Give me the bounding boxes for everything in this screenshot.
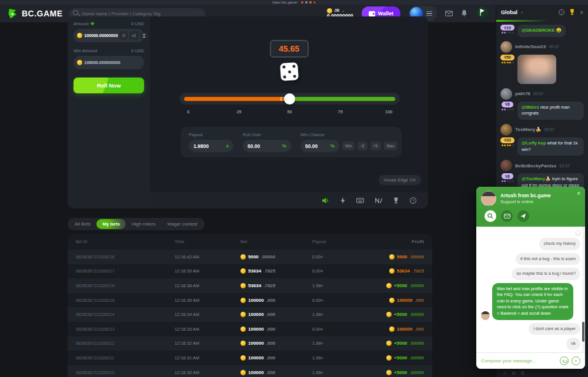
roll-over-input[interactable]: 50.00 % — [243, 140, 291, 152]
support-compose-input[interactable] — [481, 358, 557, 363]
dice-game-area: 45.65 0 25 50 75 100 Payout 1.9800 — [150, 16, 428, 208]
trophy-icon[interactable] — [393, 197, 399, 204]
support-send-icon[interactable] — [517, 210, 529, 222]
col-bet: Bet — [240, 239, 312, 244]
slider-track[interactable] — [184, 97, 395, 101]
amount-value: 100000.00000000 — [84, 33, 118, 38]
win-amount-label: Win Amount — [74, 48, 97, 53]
roll-result: 45.65 — [270, 40, 309, 58]
bet-row[interactable]: 6828536721152621812:16:42 AM5000.000000.… — [68, 250, 432, 264]
bet-row[interactable]: 6828536721152621612:16:38 AM53634.78251.… — [68, 278, 432, 293]
amount-input[interactable]: 100000.00000000 /2 x2 — [74, 29, 144, 42]
win-amount-value: 198000.000000000 — [84, 60, 142, 65]
messages-icon[interactable] — [445, 8, 453, 19]
bet-row[interactable]: 6828536721152621412:16:34 AM100000.0001.… — [68, 307, 432, 322]
stats-icon[interactable] — [375, 198, 382, 203]
support-bubble: if this not a bug - this is scam — [516, 253, 580, 265]
bc-game-logo[interactable]: BC.GAME — [7, 8, 63, 19]
chat-avatar[interactable] — [500, 88, 512, 100]
slider-handle[interactable] — [284, 93, 295, 105]
double-bet-button[interactable]: x2 — [129, 31, 138, 40]
game-params: Payout 1.9800 x Roll Over 50.00 % Win Ch… — [181, 127, 402, 157]
chat-avatar[interactable] — [500, 41, 512, 53]
coin-icon — [77, 33, 82, 38]
turbo-icon[interactable] — [340, 197, 345, 204]
chat-close-icon[interactable]: × — [580, 9, 583, 16]
notifications-bell-icon[interactable] — [461, 8, 467, 19]
menu-icon — [426, 11, 432, 16]
support-header: × Artush from bc.game Support is online — [476, 187, 585, 227]
support-email-icon[interactable] — [501, 210, 513, 222]
chat-message: path7800:37V8@Mdsrs nice profit man cong… — [500, 88, 584, 120]
tick-label: 100 — [385, 109, 393, 115]
tab-all-bets[interactable]: All Bets — [69, 219, 96, 229]
last-roll-tick — [280, 97, 282, 101]
coin-icon — [77, 60, 82, 65]
support-message: check my history — [481, 238, 580, 250]
promotions-icon[interactable] — [476, 6, 489, 21]
bet-row[interactable]: 6828536721152621712:16:39 AM53634.78250.… — [76, 264, 424, 279]
support-message — [481, 230, 580, 235]
chat-input-strip[interactable]: ☺⊞⚙ — [496, 369, 588, 377]
attach-plus-icon[interactable]: + — [572, 356, 580, 365]
chat-image[interactable] — [517, 55, 556, 84]
support-scrollbar[interactable] — [582, 227, 584, 352]
win-amount-usd: 0 USD — [131, 48, 144, 53]
col-profit: Profit — [378, 239, 424, 244]
bets-tabs: All Bets My bets High rollers Wager cont… — [68, 218, 205, 230]
emoji-icon[interactable] — [560, 356, 569, 365]
chat-bubble: @DEADBROKE 🤑 — [517, 25, 566, 37]
sound-icon[interactable] — [322, 197, 329, 204]
bet-row[interactable]: 6828536721152621512:16:35 AM100000.0000.… — [76, 293, 424, 308]
support-bubble: check my history — [539, 238, 580, 250]
col-bet-id: Bet ID — [76, 240, 175, 244]
support-close-icon[interactable]: × — [577, 190, 580, 197]
chat-header: Global › i × — [496, 5, 588, 20]
hotkeys-icon[interactable] — [356, 198, 364, 203]
col-time: Time — [175, 239, 240, 244]
level-badge: V8 — [502, 173, 513, 179]
win-amount-input[interactable]: 198000.000000000 — [74, 56, 144, 69]
chat-info-icon[interactable]: i — [559, 9, 564, 15]
browser-url-bar[interactable]: https://bc.game/ — [0, 0, 588, 5]
payout-input[interactable]: 1.9800 x — [189, 140, 233, 152]
support-agent-avatar — [481, 191, 496, 206]
level-badge: V50 — [500, 55, 514, 60]
logo-icon — [7, 8, 18, 19]
bet-row[interactable]: 6828536721152621112:16:31 AM100000.0001.… — [76, 351, 424, 365]
chevron-right-icon[interactable]: › — [521, 9, 523, 15]
chat-avatar[interactable] — [500, 124, 512, 136]
half-bet-button[interactable]: /2 — [119, 31, 128, 40]
roll-slider[interactable] — [179, 93, 400, 105]
amount-stepper[interactable] — [141, 32, 148, 39]
support-bubble: ok — [566, 338, 580, 350]
amount-usd: 0 USD — [131, 21, 144, 26]
wallet-label: Wallet — [378, 11, 393, 16]
min-button[interactable]: Min — [342, 142, 355, 150]
plus5-button[interactable]: +5 — [370, 142, 381, 150]
chat-trophy-icon[interactable] — [569, 7, 575, 18]
chat-message: InfiniteSoul2300:37V50 — [500, 41, 584, 84]
chat-avatar[interactable] — [500, 160, 512, 171]
support-search-icon[interactable] — [485, 210, 496, 222]
level-badge: V8 — [502, 102, 513, 107]
tick-label: 25 — [236, 109, 241, 115]
bet-row[interactable]: 6828536721152621312:16:33 AM100000.0000.… — [76, 322, 424, 336]
bet-row[interactable]: 6828536721152621012:16:30 AM100000.0001.… — [68, 365, 432, 377]
roll-now-button[interactable]: Roll Now — [74, 78, 144, 93]
support-chat-popup: × Artush from bc.game Support is online — [476, 187, 585, 369]
bet-row[interactable]: 6828536721152621212:16:32 AM100000.0001.… — [68, 336, 432, 351]
tab-wager-contest[interactable]: Wager contest — [161, 219, 203, 229]
support-message: ok — [481, 338, 580, 350]
win-chance-value: 50.00 — [305, 143, 318, 149]
chat-channel[interactable]: Global — [501, 9, 517, 15]
logo-text: BC.GAME — [22, 9, 63, 18]
tab-my-bets[interactable]: My bets — [96, 219, 126, 229]
help-icon[interactable]: ? — [410, 197, 416, 204]
tab-high-rollers[interactable]: High rollers — [126, 219, 161, 229]
win-chance-input[interactable]: 50.00 % — [300, 140, 339, 152]
support-conversation: check my historyif this not a bug - this… — [476, 227, 585, 352]
minus5-button[interactable]: -5 — [358, 142, 367, 150]
max-button[interactable]: Max — [384, 142, 397, 150]
payout-value: 1.9800 — [193, 143, 209, 149]
